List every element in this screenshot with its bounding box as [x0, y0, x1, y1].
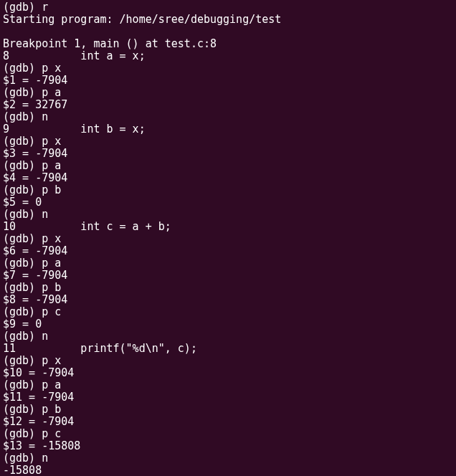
terminal-line: (gdb) p b — [3, 184, 453, 196]
terminal-line: 10 int c = a + b; — [3, 221, 453, 233]
terminal-output[interactable]: (gdb) rStarting program: /home/sree/debu… — [0, 0, 456, 476]
terminal-line: (gdb) n — [3, 111, 453, 123]
terminal-line: $7 = -7904 — [3, 270, 453, 282]
terminal-line: (gdb) p x — [3, 135, 453, 148]
terminal-line: $2 = 32767 — [3, 99, 453, 111]
terminal-line — [3, 26, 453, 38]
terminal-line: (gdb) r — [3, 1, 453, 14]
terminal-line: Breakpoint 1, main () at test.c:8 — [3, 38, 453, 50]
terminal-line: (gdb) n — [3, 209, 453, 221]
terminal-line: (gdb) n — [3, 452, 453, 465]
terminal-line: -15808 — [3, 465, 453, 476]
terminal-line: (gdb) p a — [3, 87, 453, 99]
terminal-line: (gdb) p b — [3, 282, 453, 294]
terminal-line: (gdb) n — [3, 330, 453, 343]
terminal-line: (gdb) p c — [3, 428, 453, 440]
terminal-line: $8 = -7904 — [3, 294, 453, 306]
terminal-line: (gdb) p x — [3, 355, 453, 367]
terminal-line: $11 = -7904 — [3, 391, 453, 404]
terminal-line: $5 = 0 — [3, 196, 453, 209]
terminal-line: (gdb) p c — [3, 306, 453, 318]
terminal-line: $1 = -7904 — [3, 75, 453, 87]
terminal-line: $9 = 0 — [3, 318, 453, 330]
terminal-line: $6 = -7904 — [3, 245, 453, 257]
terminal-line: Starting program: /home/sree/debugging/t… — [3, 14, 453, 26]
terminal-line: 8 int a = x; — [3, 50, 453, 62]
terminal-line: (gdb) p a — [3, 379, 453, 391]
terminal-line: (gdb) p x — [3, 62, 453, 75]
terminal-line: (gdb) p b — [3, 404, 453, 416]
terminal-line: 11 printf("%d\n", c); — [3, 343, 453, 355]
terminal-line: $12 = -7904 — [3, 416, 453, 428]
terminal-line: $10 = -7904 — [3, 367, 453, 379]
terminal-line: $13 = -15808 — [3, 440, 453, 452]
terminal-line: $4 = -7904 — [3, 172, 453, 184]
terminal-line: (gdb) p a — [3, 257, 453, 270]
terminal-line: $3 = -7904 — [3, 148, 453, 160]
terminal-line: (gdb) p a — [3, 160, 453, 172]
terminal-line: 9 int b = x; — [3, 123, 453, 135]
terminal-line: (gdb) p x — [3, 233, 453, 245]
